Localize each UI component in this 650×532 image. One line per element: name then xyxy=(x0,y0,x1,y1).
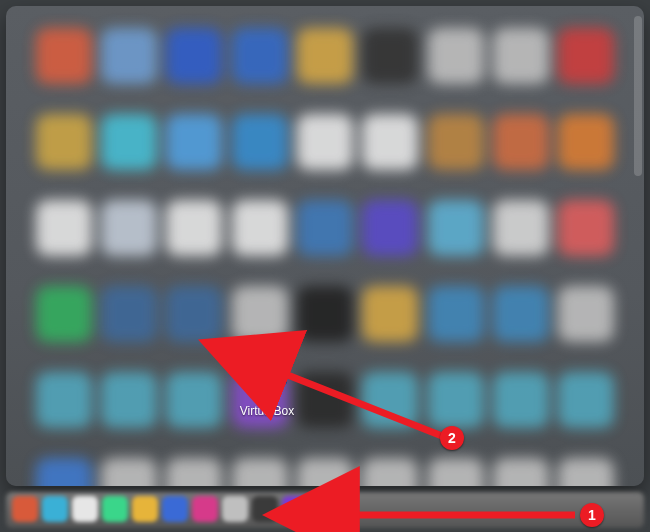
screenshot-frame: vbox VirtualBox ▾ 1 2 xyxy=(0,0,650,532)
app-tile-blurred[interactable] xyxy=(36,200,92,256)
app-tile-blurred[interactable] xyxy=(101,286,157,342)
app-tile-blurred[interactable] xyxy=(558,200,614,256)
dock-app[interactable] xyxy=(162,496,188,522)
app-tile-blurred[interactable] xyxy=(101,458,157,486)
app-tile-blurred[interactable] xyxy=(428,458,484,486)
app-tile-blurred[interactable] xyxy=(558,372,614,428)
app-tile-blurred[interactable] xyxy=(101,28,157,84)
app-tile-blurred[interactable] xyxy=(166,286,222,342)
app-tile-blurred[interactable] xyxy=(558,28,614,84)
app-tile-blurred[interactable] xyxy=(101,372,157,428)
app-tile-blurred[interactable] xyxy=(232,200,288,256)
app-virtualbox-label: VirtualBox xyxy=(212,404,322,418)
app-tile-blurred[interactable] xyxy=(297,286,353,342)
app-tile-blurred[interactable] xyxy=(362,28,418,84)
app-tile-blurred[interactable] xyxy=(232,286,288,342)
dock-app[interactable] xyxy=(42,496,68,522)
dock-launchpad-toggle[interactable]: ▾ xyxy=(315,502,341,524)
app-tile-blurred[interactable] xyxy=(166,458,222,486)
app-tile-blurred[interactable] xyxy=(362,114,418,170)
app-tile-blurred[interactable] xyxy=(101,114,157,170)
app-tile-blurred[interactable] xyxy=(232,114,288,170)
app-tile-blurred[interactable] xyxy=(493,28,549,84)
app-tile-blurred[interactable] xyxy=(428,286,484,342)
dock-app[interactable] xyxy=(12,496,38,522)
dock-app[interactable] xyxy=(252,496,278,522)
chevron-down-icon: ▾ xyxy=(325,507,331,519)
app-tile-blurred[interactable] xyxy=(558,114,614,170)
app-tile-blurred[interactable] xyxy=(297,200,353,256)
dock-app[interactable] xyxy=(192,496,218,522)
app-tile-blurred[interactable] xyxy=(493,458,549,486)
app-tile-blurred[interactable] xyxy=(493,114,549,170)
scrollbar[interactable] xyxy=(634,16,642,176)
dock-app[interactable] xyxy=(72,496,98,522)
app-tile-blurred[interactable] xyxy=(232,28,288,84)
app-tile-blurred[interactable] xyxy=(166,28,222,84)
app-tile-blurred[interactable] xyxy=(362,458,418,486)
app-tile-blurred[interactable] xyxy=(558,286,614,342)
app-tile-blurred[interactable] xyxy=(428,372,484,428)
app-tile-blurred[interactable] xyxy=(166,200,222,256)
app-tile-blurred[interactable] xyxy=(297,114,353,170)
app-tile-blurred[interactable] xyxy=(297,28,353,84)
dock-app[interactable] xyxy=(222,496,248,522)
app-tile-blurred[interactable] xyxy=(493,286,549,342)
app-tile-blurred[interactable] xyxy=(362,372,418,428)
app-tile-blurred[interactable] xyxy=(493,372,549,428)
app-tile-blurred[interactable] xyxy=(428,114,484,170)
dock-app[interactable] xyxy=(282,496,308,522)
dock-app[interactable] xyxy=(132,496,158,522)
app-tile-blurred[interactable] xyxy=(36,372,92,428)
app-virtualbox[interactable]: vbox VirtualBox xyxy=(212,346,322,418)
app-tile-blurred[interactable] xyxy=(36,114,92,170)
app-tile-blurred[interactable] xyxy=(36,458,92,486)
app-tile-blurred[interactable] xyxy=(362,286,418,342)
virtualbox-icon: vbox xyxy=(212,346,322,398)
app-grid-blurred xyxy=(34,16,616,466)
svg-text:vbox: vbox xyxy=(263,356,272,361)
app-tile-blurred[interactable] xyxy=(36,286,92,342)
app-tile-blurred[interactable] xyxy=(297,458,353,486)
dock-app[interactable] xyxy=(102,496,128,522)
app-tile-blurred[interactable] xyxy=(558,458,614,486)
app-tile-blurred[interactable] xyxy=(232,458,288,486)
launchpad-panel: vbox VirtualBox xyxy=(6,6,644,486)
app-tile-blurred[interactable] xyxy=(493,200,549,256)
app-tile-blurred[interactable] xyxy=(428,28,484,84)
app-tile-blurred[interactable] xyxy=(362,200,418,256)
app-tile-blurred[interactable] xyxy=(101,200,157,256)
app-tile-blurred[interactable] xyxy=(36,28,92,84)
app-tile-blurred[interactable] xyxy=(166,114,222,170)
app-tile-blurred[interactable] xyxy=(428,200,484,256)
